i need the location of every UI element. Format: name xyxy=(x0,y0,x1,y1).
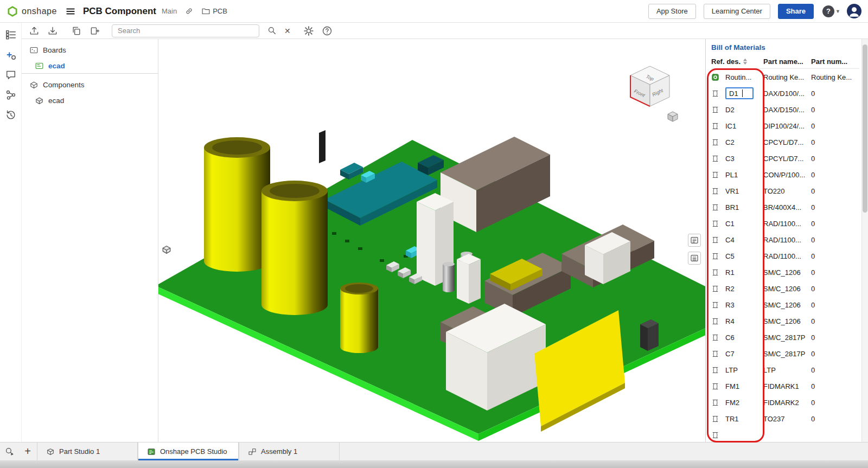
ref-des-value[interactable]: R4 xyxy=(725,317,735,325)
part-number-value[interactable]: 0 xyxy=(811,171,859,179)
toolbar-help-icon[interactable] xyxy=(320,24,334,37)
ref-des-value[interactable]: R2 xyxy=(725,285,735,293)
insert-item-icon[interactable] xyxy=(4,48,17,61)
bom-scrollbar[interactable] xyxy=(861,39,868,442)
document-tab[interactable]: Onshape PCB Studio xyxy=(138,443,239,460)
bom-flat-list-toggle-icon[interactable] xyxy=(688,252,701,265)
ref-des-value[interactable]: R1 xyxy=(725,268,735,277)
export-icon[interactable] xyxy=(46,24,60,37)
ref-des-value[interactable]: C3 xyxy=(725,155,735,163)
part-name-value[interactable]: RAD/1100... xyxy=(763,252,811,260)
part-number-value[interactable]: 0 xyxy=(811,268,859,277)
part-number-value[interactable]: 0 xyxy=(811,334,859,342)
ref-des-value[interactable]: C7 xyxy=(725,350,735,358)
part-name-value[interactable]: BR/400X4... xyxy=(763,203,811,211)
ref-des-value[interactable]: FM2 xyxy=(725,399,739,407)
ref-des-input[interactable]: D1 xyxy=(725,87,754,99)
share-button[interactable]: Share xyxy=(778,4,814,19)
bom-scrollbar-thumb[interactable] xyxy=(863,44,867,213)
part-name-value[interactable]: FIDMARK2 xyxy=(763,399,811,407)
bom-row[interactable]: R4 SM/C_1206 0 xyxy=(711,313,859,329)
bom-row[interactable]: C5 RAD/1100... 0 xyxy=(711,248,859,264)
clear-search-icon[interactable]: ✕ xyxy=(284,27,291,35)
ref-des-value[interactable]: D2 xyxy=(725,106,735,114)
part-name-value[interactable]: DIP100/24/... xyxy=(763,122,811,130)
import-icon[interactable] xyxy=(27,24,41,37)
ref-des-value[interactable]: C6 xyxy=(725,334,735,342)
project-name[interactable]: PCB xyxy=(213,7,227,15)
ref-des-value[interactable]: FM1 xyxy=(725,382,739,390)
part-name-value[interactable]: SM/C_1206 xyxy=(763,285,811,293)
bom-row[interactable]: IC1 DIP100/24/... 0 xyxy=(711,118,859,134)
part-number-value[interactable]: 0 xyxy=(811,415,859,423)
ref-des-value[interactable]: C2 xyxy=(725,138,735,146)
bom-row[interactable]: R2 SM/C_1206 0 xyxy=(711,280,859,297)
bom-row[interactable]: BR1 BR/400X4... 0 xyxy=(711,199,859,215)
part-name-value[interactable]: TO237 xyxy=(763,415,811,423)
bom-row[interactable]: C6 SM/C_2817P 0 xyxy=(711,329,859,345)
tree-section-components[interactable]: Components xyxy=(22,77,158,93)
ref-des-value[interactable]: Routin... xyxy=(725,73,751,81)
document-tab[interactable]: Part Studio 1 xyxy=(37,443,138,460)
ref-des-value[interactable]: TR1 xyxy=(725,415,739,423)
part-number-value[interactable]: 0 xyxy=(811,203,859,211)
bom-row[interactable]: PL1 CON/P/100... 0 xyxy=(711,166,859,183)
bom-col-ref-des[interactable]: Ref. des. xyxy=(711,57,763,66)
part-number-value[interactable]: 0 xyxy=(811,236,859,244)
bom-row[interactable]: D1 DAX/D100/... 0 xyxy=(711,85,859,101)
part-number-value[interactable]: 0 xyxy=(811,122,859,130)
part-name-value[interactable]: TO220 xyxy=(763,187,811,195)
part-name-value[interactable]: CPCYL/D7... xyxy=(763,138,811,146)
part-name-value[interactable]: SM/C_1206 xyxy=(763,317,811,325)
ref-des-value[interactable]: PL1 xyxy=(725,171,738,179)
part-number-value[interactable]: 0 xyxy=(811,220,859,228)
part-number-value[interactable]: 0 xyxy=(811,317,859,325)
part-number-value[interactable]: 0 xyxy=(811,366,859,374)
bom-row[interactable]: C1 RAD/1100... 0 xyxy=(711,215,859,232)
bom-row[interactable]: VR1 TO220 0 xyxy=(711,183,859,199)
bom-row[interactable]: FM2 FIDMARK2 0 xyxy=(711,394,859,411)
tree-item-board-ecad[interactable]: ecad xyxy=(22,58,158,74)
copy-icon[interactable] xyxy=(69,24,84,37)
bom-row[interactable]: C4 RAD/1100... 0 xyxy=(711,232,859,248)
connections-icon[interactable] xyxy=(4,88,17,101)
bom-row[interactable] xyxy=(711,427,859,442)
bom-row[interactable]: LTP LTP 0 xyxy=(711,362,859,378)
paste-icon[interactable] xyxy=(88,24,102,37)
part-number-value[interactable]: 0 xyxy=(811,399,859,407)
part-number-value[interactable]: Routing Ke... xyxy=(811,73,859,81)
isometric-view-icon[interactable] xyxy=(668,112,678,121)
ref-des-value[interactable]: VR1 xyxy=(725,187,739,195)
ref-des-value[interactable]: C5 xyxy=(725,252,735,260)
search-input[interactable] xyxy=(112,24,259,37)
onshape-logo[interactable]: onshape xyxy=(7,5,57,17)
part-name-value[interactable]: SM/C_1206 xyxy=(763,268,811,277)
part-name-value[interactable]: DAX/D100/... xyxy=(763,89,811,98)
part-name-value[interactable]: SM/C_2817P xyxy=(763,350,811,358)
bom-row[interactable]: R1 SM/C_1206 0 xyxy=(711,264,859,280)
tree-item-component-ecad[interactable]: ecad xyxy=(22,93,158,108)
bom-row[interactable]: R3 SM/C_1206 0 xyxy=(711,297,859,313)
bom-col-part-number[interactable]: Part num... xyxy=(811,57,859,66)
ref-des-value[interactable]: C1 xyxy=(725,220,735,228)
part-name-value[interactable]: CON/P/100... xyxy=(763,171,811,179)
part-name-value[interactable]: SM/C_1206 xyxy=(763,301,811,309)
part-number-value[interactable]: 0 xyxy=(811,89,859,98)
part-name-value[interactable]: RAD/1100... xyxy=(763,236,811,244)
help-menu-button[interactable]: ? xyxy=(822,5,834,17)
part-name-value[interactable]: SM/C_2817P xyxy=(763,334,811,342)
part-name-value[interactable]: LTP xyxy=(763,366,811,374)
settings-gear-icon[interactable] xyxy=(302,24,316,37)
feature-list-icon[interactable] xyxy=(4,28,17,41)
ref-des-value[interactable]: C4 xyxy=(725,236,735,244)
part-number-value[interactable]: 0 xyxy=(811,382,859,390)
part-number-value[interactable]: 0 xyxy=(811,106,859,114)
part-name-value[interactable]: RAD/1100... xyxy=(763,220,811,228)
search-tabs-icon[interactable] xyxy=(0,443,18,460)
history-icon[interactable] xyxy=(4,108,17,121)
bom-row[interactable]: D2 DAX/D150/... 0 xyxy=(711,101,859,118)
part-number-value[interactable]: 0 xyxy=(811,155,859,163)
part-name-value[interactable]: DAX/D150/... xyxy=(763,106,811,114)
ref-des-value[interactable]: IC1 xyxy=(725,122,736,130)
ref-des-value[interactable]: BR1 xyxy=(725,203,739,211)
